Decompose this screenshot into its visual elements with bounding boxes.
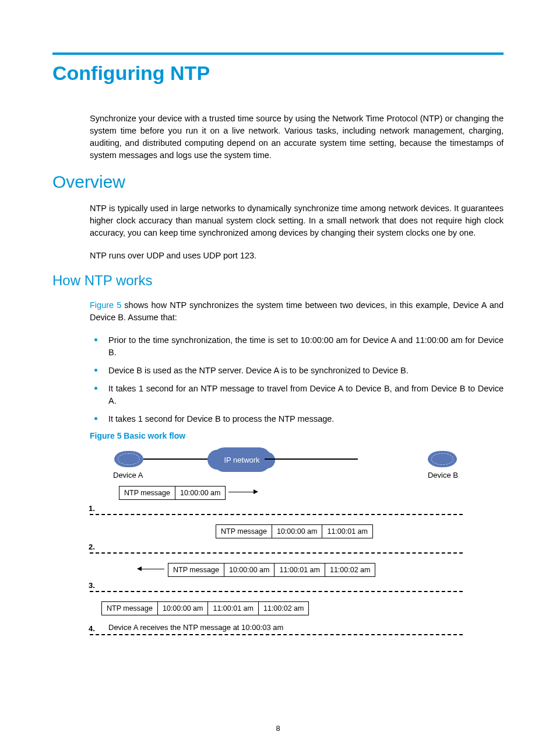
flow-row-3: NTP message 10:00:00 am 11:00:01 am 11:0…	[90, 557, 463, 592]
network-row: IP network Device A Device B	[90, 447, 463, 477]
how-intro: Figure 5 shows how NTP synchronizes the …	[90, 299, 504, 324]
list-item: Prior to the time synchronization, the t…	[90, 334, 504, 359]
packet-cell: 11:00:01 am	[322, 524, 373, 538]
row-number: 2.	[89, 542, 95, 551]
page-number: 8	[0, 724, 556, 733]
router-icon	[428, 451, 457, 467]
router-icon	[114, 451, 143, 467]
packet-cell: NTP message	[168, 563, 224, 577]
list-item: Device B is used as the NTP server. Devi…	[90, 365, 504, 377]
figure-caption: Figure 5 Basic work flow	[90, 431, 504, 440]
packet-cell: 11:00:01 am	[208, 601, 259, 615]
figure-5-diagram: IP network Device A Device B NTP message…	[90, 447, 463, 635]
list-item: It takes 1 second for Device B to proces…	[90, 413, 504, 425]
link-line	[265, 459, 358, 460]
row-number: 1.	[89, 504, 95, 513]
packet-cell: NTP message	[216, 524, 272, 538]
figure-reference-link[interactable]: Figure 5	[90, 300, 121, 310]
packet-cell: 11:00:01 am	[275, 563, 325, 577]
cloud-label: IP network	[224, 456, 259, 464]
device-b-label: Device B	[428, 471, 458, 480]
packet-cell: 10:00:00 am	[272, 524, 323, 538]
row-4-note: Device A receives the NTP message at 10:…	[108, 623, 283, 632]
page-title: Configuring NTP	[52, 62, 504, 85]
packet-cell: 11:00:02 am	[325, 563, 376, 577]
device-a-label: Device A	[113, 471, 143, 480]
intro-paragraph: Synchronize your device with a trusted t…	[90, 113, 504, 162]
packet-cell: 10:00:00 am	[158, 601, 209, 615]
list-item: It takes 1 second for an NTP message to …	[90, 383, 504, 407]
top-rule	[52, 52, 504, 55]
packet-cell: NTP message	[119, 486, 175, 500]
how-intro-rest: shows how NTP synchronizes the system ti…	[90, 300, 504, 322]
overview-p1: NTP is typically used in large networks …	[90, 202, 504, 239]
overview-p2: NTP runs over UDP and uses UDP port 123.	[90, 250, 504, 262]
assumption-list: Prior to the time synchronization, the t…	[90, 334, 504, 425]
flow-row-2: NTP message 10:00:00 am 11:00:01 am 2.	[90, 519, 463, 554]
packet-cell: 10:00:00 am	[224, 563, 275, 577]
arrow-right-icon	[228, 492, 255, 492]
packet-cell: NTP message	[101, 601, 158, 615]
cloud-icon: IP network	[212, 447, 272, 472]
how-ntp-works-heading: How NTP works	[52, 272, 504, 289]
flow-row-4: NTP message 10:00:00 am 11:00:01 am 11:0…	[90, 596, 463, 635]
overview-heading: Overview	[52, 172, 504, 192]
row-number: 3.	[89, 581, 95, 590]
packet-cell: 11:00:02 am	[259, 601, 309, 615]
flow-row-1: NTP message 10:00:00 am 1.	[90, 480, 463, 515]
arrow-left-icon	[140, 569, 164, 569]
packet-cell: 10:00:00 am	[175, 486, 226, 500]
row-number: 4.	[89, 624, 95, 633]
